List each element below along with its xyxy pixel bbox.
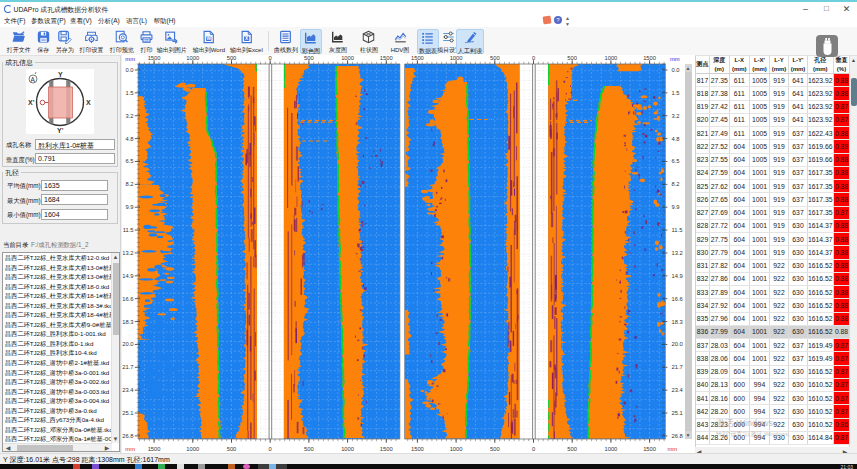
svg-text:8.2: 8.2 (672, 181, 680, 187)
svg-text:14.9: 14.9 (672, 273, 683, 279)
svg-text:8.2: 8.2 (125, 181, 133, 187)
svg-text:9.9: 9.9 (125, 204, 133, 210)
svg-text:23.4: 23.4 (672, 387, 684, 393)
svg-text:18.3: 18.3 (672, 319, 683, 325)
svg-text:20.0: 20.0 (672, 341, 683, 347)
svg-text:0: 0 (532, 55, 535, 61)
svg-text:1.5: 1.5 (125, 90, 133, 96)
svg-text:3.2: 3.2 (125, 113, 133, 119)
svg-text:21.7: 21.7 (672, 364, 683, 370)
svg-text:1.5: 1.5 (672, 90, 680, 96)
svg-text:0.0: 0.0 (125, 67, 133, 73)
svg-text:1500: 1500 (643, 55, 656, 61)
svg-text:4.8: 4.8 (125, 136, 133, 142)
svg-text:mm: mm (668, 446, 678, 452)
svg-text:500: 500 (304, 446, 314, 452)
svg-text:500: 500 (304, 55, 314, 61)
svg-text:6.5: 6.5 (672, 158, 680, 164)
svg-text:26.8: 26.8 (122, 433, 133, 439)
svg-text:Y: Y (58, 71, 63, 78)
svg-text:1000: 1000 (341, 55, 354, 61)
svg-text:0.0: 0.0 (672, 67, 680, 73)
svg-text:18.3: 18.3 (122, 319, 133, 325)
svg-text:16.6: 16.6 (672, 296, 683, 302)
svg-text:1500: 1500 (643, 446, 656, 452)
svg-text:1500: 1500 (411, 446, 424, 452)
svg-text:500: 500 (490, 446, 500, 452)
svg-text:1500: 1500 (148, 446, 161, 452)
svg-text:mm: mm (670, 56, 680, 62)
svg-text:1000: 1000 (604, 55, 617, 61)
svg-text:11.5: 11.5 (672, 227, 683, 233)
svg-text:23.4: 23.4 (122, 387, 134, 393)
svg-text:1000: 1000 (450, 446, 463, 452)
svg-text:500: 500 (567, 55, 577, 61)
svg-text:1000: 1000 (186, 55, 199, 61)
svg-text:W: W (207, 36, 212, 41)
svg-text:9.9: 9.9 (672, 204, 680, 210)
svg-text:1000: 1000 (604, 446, 617, 452)
svg-text:13.2: 13.2 (672, 250, 683, 256)
svg-text:0: 0 (532, 446, 535, 452)
svg-text:3.2: 3.2 (672, 113, 680, 119)
svg-text:1000: 1000 (450, 55, 463, 61)
svg-text:500: 500 (490, 55, 500, 61)
svg-text:1500: 1500 (411, 55, 424, 61)
svg-text:1500: 1500 (380, 446, 393, 452)
svg-text:1500: 1500 (380, 55, 393, 61)
svg-text:11.5: 11.5 (123, 227, 134, 233)
svg-text:mm: mm (125, 56, 135, 62)
svg-text:20.0: 20.0 (122, 341, 133, 347)
svg-text:500: 500 (567, 446, 577, 452)
svg-text:4.8: 4.8 (672, 136, 680, 142)
svg-text:1000: 1000 (186, 446, 199, 452)
svg-text:13.2: 13.2 (122, 250, 133, 256)
svg-text:1500: 1500 (148, 55, 161, 61)
svg-text:X: X (86, 99, 91, 106)
svg-text:25.1: 25.1 (672, 410, 683, 416)
svg-text:6.5: 6.5 (125, 158, 133, 164)
svg-text:1000: 1000 (341, 446, 354, 452)
svg-text:A: A (31, 76, 36, 83)
svg-text:mm: mm (125, 446, 135, 452)
svg-text:26.8: 26.8 (672, 433, 683, 439)
svg-text:0: 0 (269, 55, 272, 61)
svg-text:500: 500 (227, 446, 237, 452)
svg-text:0: 0 (269, 446, 272, 452)
svg-text:14.9: 14.9 (122, 273, 133, 279)
svg-text:X': X' (28, 99, 35, 106)
svg-text:16.6: 16.6 (122, 296, 133, 302)
svg-text:25.1: 25.1 (122, 410, 133, 416)
svg-text:Y': Y' (57, 127, 64, 134)
svg-text:21.7: 21.7 (122, 364, 133, 370)
svg-text:500: 500 (227, 55, 237, 61)
